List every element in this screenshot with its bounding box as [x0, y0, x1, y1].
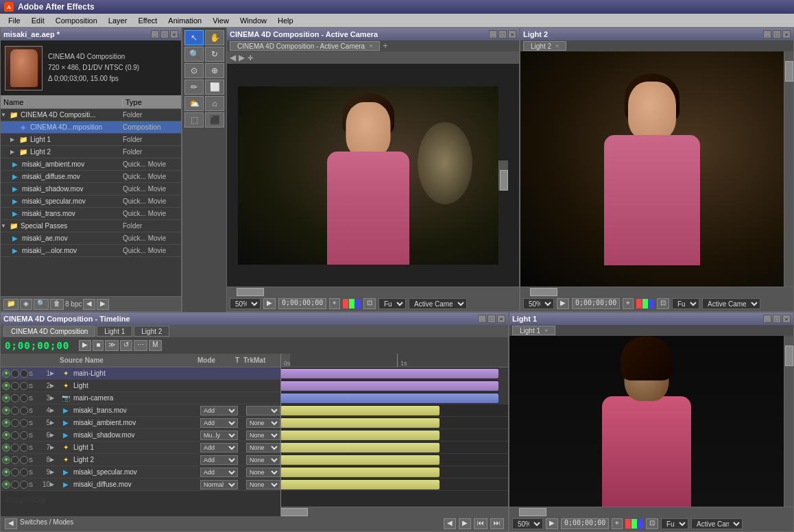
tl-layer-row-10[interactable]: 👁 S 10 ▶ ▶ misaki_diffuse.mov Normal Non…	[1, 479, 280, 491]
eye-btn-2[interactable]: 👁	[2, 382, 10, 390]
audio-btn-4[interactable]	[11, 407, 19, 415]
comp-viewer-scroll-thumb-h[interactable]	[237, 288, 264, 296]
light1-quality-select[interactable]: Full	[661, 518, 688, 529]
solo-btn-5[interactable]: S	[29, 420, 33, 426]
toolbar-new-folder-btn[interactable]: 📁	[3, 299, 19, 310]
tl-ram-preview-btn[interactable]: ≫	[105, 340, 119, 351]
eye-btn-10[interactable]: 👁	[2, 481, 10, 489]
tl-tab-light2[interactable]: Light 2	[134, 326, 169, 337]
light2-red-channel[interactable]	[636, 299, 642, 309]
light2-green-channel[interactable]	[642, 299, 648, 309]
rotate-tool-btn[interactable]: ↻	[205, 47, 224, 62]
light1-camera-select[interactable]: Active Camera	[691, 518, 743, 529]
brush-tool-btn[interactable]: ⛅	[184, 96, 204, 111]
lock-btn-6[interactable]	[20, 431, 28, 439]
solo-btn-1[interactable]: S	[29, 370, 33, 377]
light2-viewer-tab[interactable]: Light 2 ×	[523, 41, 566, 51]
light1-scrollbar-v[interactable]	[784, 336, 793, 507]
project-maximize-btn[interactable]: □	[160, 30, 169, 38]
menu-view[interactable]: View	[207, 15, 234, 26]
pen-tool-btn[interactable]: ✏	[184, 80, 204, 95]
audio-btn-7[interactable]	[11, 444, 19, 452]
tl-layer-row-9[interactable]: 👁 S 9 ▶ ▶ misaki_specular.mov Add None	[1, 466, 280, 479]
toolbar-delete-btn[interactable]: 🗑	[50, 299, 64, 310]
light1-close-tab-icon[interactable]: ×	[544, 327, 548, 334]
light2-timecode-btn[interactable]: 0;00;00;00	[572, 298, 620, 309]
solo-btn-6[interactable]: S	[29, 432, 33, 439]
hand-tool-btn[interactable]: ✋	[205, 30, 224, 45]
comp-playback-btn[interactable]: ▶	[263, 298, 276, 309]
tl-trkmat-select-6[interactable]: None	[246, 431, 280, 440]
eraser-tool-btn[interactable]: ⬚	[184, 112, 204, 128]
tl-nav-back-btn[interactable]: ◀	[444, 518, 456, 529]
mask-tool-btn[interactable]: ⬜	[205, 80, 224, 95]
viewer-back-btn[interactable]: ◀	[230, 53, 236, 62]
add-tab-btn[interactable]: +	[383, 41, 387, 51]
toolbar-new-comp-btn[interactable]: ◈	[20, 299, 32, 310]
light2-scrollbar-v[interactable]	[784, 51, 793, 287]
light2-scrollbar-h[interactable]	[520, 287, 793, 296]
eye-btn-4[interactable]: 👁	[2, 407, 10, 415]
file-row-5[interactable]: ▶ misaki_diffuse.mov Quick... Movie	[1, 171, 181, 183]
audio-btn-9[interactable]	[11, 468, 19, 476]
light2-quality-select[interactable]: Full	[672, 298, 699, 309]
tl-audiowaves-btn[interactable]: ⋯	[134, 340, 147, 351]
light1-viewer-tab[interactable]: Light 1 ×	[512, 326, 555, 335]
tl-mode-select-4[interactable]: Add	[200, 406, 238, 415]
toolbar-scroll-left-btn[interactable]: ◀	[83, 299, 95, 310]
menu-layer[interactable]: Layer	[103, 15, 133, 26]
light2-scroll-thumb-h[interactable]	[530, 288, 557, 296]
comp-snap-btn[interactable]: ⌖	[329, 298, 340, 309]
tl-mode-select-5[interactable]: Add	[200, 418, 238, 428]
viewer-fwd-btn[interactable]: ▶	[239, 53, 245, 62]
lock-btn-5[interactable]	[20, 419, 28, 427]
project-minimize-btn[interactable]: _	[151, 30, 159, 38]
comp-viewer-maximize-btn[interactable]: □	[498, 30, 507, 38]
light1-minimize-btn[interactable]: _	[763, 315, 771, 323]
tl-expand-6[interactable]: ▶	[50, 432, 58, 438]
file-row-2[interactable]: ▶ 📁 Light 1 Folder	[1, 134, 181, 146]
tl-expand-3[interactable]: ▶	[50, 395, 58, 401]
toolbar-scroll-right-btn[interactable]: ▶	[97, 299, 109, 310]
lock-btn-4[interactable]	[20, 407, 28, 415]
eye-btn-9[interactable]: 👁	[2, 468, 10, 476]
light1-close-btn[interactable]: ×	[782, 315, 791, 323]
file-row-0[interactable]: ▼ 📁 CINEMA 4D Compositi... Folder	[1, 109, 181, 121]
eye-btn-7[interactable]: 👁	[2, 444, 10, 452]
comp-zoom-select[interactable]: 50%	[230, 298, 261, 309]
file-row-6[interactable]: ▶ misaki_shadow.mov Quick... Movie	[1, 183, 181, 195]
red-channel[interactable]	[343, 299, 348, 309]
tl-markers-btn[interactable]: M	[149, 340, 161, 351]
close-tab-icon[interactable]: ×	[369, 43, 372, 49]
lock-btn-9[interactable]	[20, 468, 28, 476]
green-channel[interactable]	[349, 299, 354, 309]
light2-snap-btn[interactable]: ⌖	[623, 298, 634, 309]
light2-camera-select[interactable]: Active Camera	[702, 298, 760, 309]
tl-tab-comp[interactable]: CINEMA 4D Composition	[3, 326, 95, 337]
timeline-minimize-btn[interactable]: _	[478, 315, 486, 323]
comp-viewer-minimize-btn[interactable]: _	[489, 30, 497, 38]
tl-tab-light1[interactable]: Light 1	[97, 326, 132, 337]
solo-btn-2[interactable]: S	[29, 383, 33, 389]
lock-btn-2[interactable]	[20, 382, 28, 390]
menu-animation[interactable]: Animation	[163, 15, 207, 26]
timeline-maximize-btn[interactable]: □	[488, 315, 496, 323]
file-list[interactable]: ▼ 📁 CINEMA 4D Compositi... Folder ◈ CINE…	[1, 109, 181, 296]
tl-mode-select-7[interactable]: Add	[200, 443, 238, 452]
timeline-close-btn[interactable]: ×	[497, 315, 505, 323]
tl-mode-select-6[interactable]: Mu..ly	[200, 431, 238, 440]
light1-green-channel[interactable]	[631, 519, 637, 529]
file-row-1[interactable]: ◈ CINEMA 4D...mposition Composition	[1, 121, 181, 134]
eye-btn-1[interactable]: 👁	[2, 370, 10, 378]
tl-trkmat-select-8[interactable]: None	[246, 455, 280, 465]
tl-layer-row-6[interactable]: 👁 S 6 ▶ ▶ misaki_shadow.mov Mu..ly None	[1, 429, 280, 442]
project-close-btn[interactable]: ×	[170, 30, 178, 38]
eye-btn-6[interactable]: 👁	[2, 431, 10, 439]
tl-expand-5[interactable]: ▶	[50, 420, 58, 426]
tl-stop-btn[interactable]: ■	[93, 340, 104, 351]
stamp-tool-btn[interactable]: ⌂	[205, 96, 224, 111]
light2-region-btn[interactable]: ⊡	[657, 298, 669, 309]
light2-zoom-select[interactable]: 50%	[523, 298, 554, 309]
light1-region-btn[interactable]: ⊡	[646, 518, 658, 529]
audio-btn-5[interactable]	[11, 419, 19, 427]
